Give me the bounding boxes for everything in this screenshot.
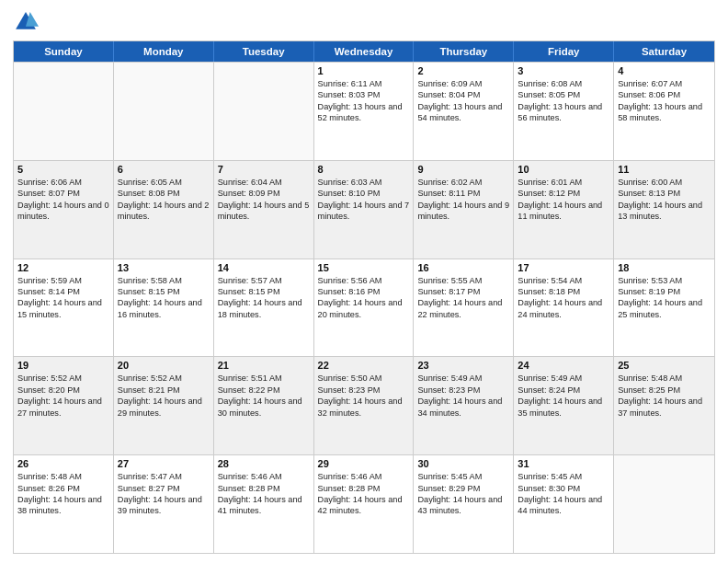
day-number: 14 bbox=[218, 262, 310, 273]
sunrise-line: Sunrise: 5:45 AM bbox=[518, 471, 609, 482]
sunrise-line: Sunrise: 5:51 AM bbox=[218, 373, 310, 384]
calendar-cell: 29Sunrise: 5:46 AMSunset: 8:28 PMDayligh… bbox=[314, 455, 415, 553]
daylight-line: Daylight: 14 hours and 27 minutes. bbox=[17, 396, 109, 419]
day-number: 27 bbox=[118, 458, 210, 469]
sunrise-line: Sunrise: 6:11 AM bbox=[318, 78, 410, 89]
day-number: 26 bbox=[17, 458, 109, 469]
calendar-cell: 11Sunrise: 6:00 AMSunset: 8:13 PMDayligh… bbox=[614, 161, 714, 259]
sunset-line: Sunset: 8:09 PM bbox=[218, 188, 310, 199]
day-number: 8 bbox=[318, 164, 410, 175]
calendar-row-2: 12Sunrise: 5:59 AMSunset: 8:14 PMDayligh… bbox=[14, 259, 714, 357]
calendar-row-0: 1Sunrise: 6:11 AMSunset: 8:03 PMDaylight… bbox=[14, 62, 714, 160]
calendar-cell: 1Sunrise: 6:11 AMSunset: 8:03 PMDaylight… bbox=[314, 63, 415, 160]
day-number: 31 bbox=[518, 458, 609, 469]
calendar-cell: 21Sunrise: 5:51 AMSunset: 8:22 PMDayligh… bbox=[214, 357, 314, 454]
sunset-line: Sunset: 8:20 PM bbox=[17, 385, 109, 396]
daylight-line: Daylight: 14 hours and 16 minutes. bbox=[118, 297, 210, 320]
calendar-cell: 16Sunrise: 5:55 AMSunset: 8:17 PMDayligh… bbox=[414, 259, 514, 357]
calendar-cell: 30Sunrise: 5:45 AMSunset: 8:29 PMDayligh… bbox=[414, 455, 514, 553]
calendar-cell: 6Sunrise: 6:05 AMSunset: 8:08 PMDaylight… bbox=[114, 161, 214, 259]
daylight-line: Daylight: 14 hours and 18 minutes. bbox=[218, 297, 310, 320]
calendar-cell: 3Sunrise: 6:08 AMSunset: 8:05 PMDaylight… bbox=[514, 63, 614, 160]
day-number: 23 bbox=[417, 360, 509, 371]
header-day-friday: Friday bbox=[514, 41, 614, 62]
daylight-line: Daylight: 14 hours and 43 minutes. bbox=[417, 494, 509, 517]
sunset-line: Sunset: 8:30 PM bbox=[518, 483, 609, 494]
calendar-cell: 22Sunrise: 5:50 AMSunset: 8:23 PMDayligh… bbox=[314, 357, 415, 454]
sunset-line: Sunset: 8:17 PM bbox=[417, 286, 509, 297]
calendar-cell bbox=[614, 455, 714, 553]
sunrise-line: Sunrise: 5:53 AM bbox=[618, 275, 711, 286]
daylight-line: Daylight: 14 hours and 42 minutes. bbox=[318, 494, 410, 517]
calendar-cell: 24Sunrise: 5:49 AMSunset: 8:24 PMDayligh… bbox=[514, 357, 614, 454]
daylight-line: Daylight: 14 hours and 25 minutes. bbox=[618, 297, 711, 320]
calendar-cell: 18Sunrise: 5:53 AMSunset: 8:19 PMDayligh… bbox=[614, 259, 714, 357]
day-number: 6 bbox=[118, 164, 210, 175]
day-number: 20 bbox=[118, 360, 210, 371]
sunset-line: Sunset: 8:21 PM bbox=[118, 385, 210, 396]
calendar-header: SundayMondayTuesdayWednesdayThursdayFrid… bbox=[14, 41, 714, 62]
sunrise-line: Sunrise: 5:46 AM bbox=[318, 471, 410, 482]
sunset-line: Sunset: 8:13 PM bbox=[618, 188, 711, 199]
calendar-cell: 12Sunrise: 5:59 AMSunset: 8:14 PMDayligh… bbox=[14, 259, 114, 357]
day-number: 5 bbox=[17, 164, 109, 175]
sunrise-line: Sunrise: 5:59 AM bbox=[17, 275, 109, 286]
header-day-monday: Monday bbox=[114, 41, 214, 62]
calendar-cell bbox=[14, 63, 114, 160]
day-number: 9 bbox=[417, 164, 509, 175]
sunset-line: Sunset: 8:25 PM bbox=[618, 385, 711, 396]
day-number: 3 bbox=[518, 65, 609, 76]
sunset-line: Sunset: 8:12 PM bbox=[518, 188, 609, 199]
sunset-line: Sunset: 8:28 PM bbox=[318, 483, 410, 494]
sunset-line: Sunset: 8:15 PM bbox=[118, 286, 210, 297]
day-number: 18 bbox=[618, 262, 711, 273]
calendar-cell: 31Sunrise: 5:45 AMSunset: 8:30 PMDayligh… bbox=[514, 455, 614, 553]
calendar-cell: 26Sunrise: 5:48 AMSunset: 8:26 PMDayligh… bbox=[14, 455, 114, 553]
sunset-line: Sunset: 8:27 PM bbox=[118, 483, 210, 494]
calendar: SundayMondayTuesdayWednesdayThursdayFrid… bbox=[13, 40, 715, 554]
sunrise-line: Sunrise: 5:52 AM bbox=[17, 373, 109, 384]
calendar-cell: 25Sunrise: 5:48 AMSunset: 8:25 PMDayligh… bbox=[614, 357, 714, 454]
daylight-line: Daylight: 14 hours and 34 minutes. bbox=[417, 396, 509, 419]
sunset-line: Sunset: 8:16 PM bbox=[318, 286, 410, 297]
calendar-cell: 4Sunrise: 6:07 AMSunset: 8:06 PMDaylight… bbox=[614, 63, 714, 160]
daylight-line: Daylight: 14 hours and 20 minutes. bbox=[318, 297, 410, 320]
sunset-line: Sunset: 8:06 PM bbox=[618, 89, 711, 100]
calendar-cell: 15Sunrise: 5:56 AMSunset: 8:16 PMDayligh… bbox=[314, 259, 415, 357]
daylight-line: Daylight: 14 hours and 7 minutes. bbox=[318, 200, 410, 223]
sunrise-line: Sunrise: 6:07 AM bbox=[618, 78, 711, 89]
sunrise-line: Sunrise: 6:06 AM bbox=[17, 177, 109, 188]
calendar-cell: 28Sunrise: 5:46 AMSunset: 8:28 PMDayligh… bbox=[214, 455, 314, 553]
calendar-cell: 10Sunrise: 6:01 AMSunset: 8:12 PMDayligh… bbox=[514, 161, 614, 259]
calendar-row-1: 5Sunrise: 6:06 AMSunset: 8:07 PMDaylight… bbox=[14, 160, 714, 259]
day-number: 16 bbox=[417, 262, 509, 273]
sunrise-line: Sunrise: 5:45 AM bbox=[417, 471, 509, 482]
header-day-thursday: Thursday bbox=[414, 41, 514, 62]
sunrise-line: Sunrise: 5:57 AM bbox=[218, 275, 310, 286]
sunset-line: Sunset: 8:28 PM bbox=[218, 483, 310, 494]
logo-icon bbox=[13, 9, 39, 35]
sunrise-line: Sunrise: 6:01 AM bbox=[518, 177, 609, 188]
calendar-cell: 27Sunrise: 5:47 AMSunset: 8:27 PMDayligh… bbox=[114, 455, 214, 553]
daylight-line: Daylight: 14 hours and 30 minutes. bbox=[218, 396, 310, 419]
header-day-tuesday: Tuesday bbox=[214, 41, 314, 62]
day-number: 2 bbox=[417, 65, 509, 76]
day-number: 4 bbox=[618, 65, 711, 76]
day-number: 29 bbox=[318, 458, 410, 469]
daylight-line: Daylight: 14 hours and 0 minutes. bbox=[17, 200, 109, 223]
daylight-line: Daylight: 14 hours and 39 minutes. bbox=[118, 494, 210, 517]
daylight-line: Daylight: 14 hours and 2 minutes. bbox=[118, 200, 210, 223]
sunset-line: Sunset: 8:03 PM bbox=[318, 89, 410, 100]
sunrise-line: Sunrise: 6:03 AM bbox=[318, 177, 410, 188]
calendar-cell: 9Sunrise: 6:02 AMSunset: 8:11 PMDaylight… bbox=[414, 161, 514, 259]
calendar-cell: 8Sunrise: 6:03 AMSunset: 8:10 PMDaylight… bbox=[314, 161, 415, 259]
sunrise-line: Sunrise: 5:52 AM bbox=[118, 373, 210, 384]
day-number: 11 bbox=[618, 164, 711, 175]
day-number: 7 bbox=[218, 164, 310, 175]
sunrise-line: Sunrise: 5:48 AM bbox=[17, 471, 109, 482]
calendar-cell: 20Sunrise: 5:52 AMSunset: 8:21 PMDayligh… bbox=[114, 357, 214, 454]
daylight-line: Daylight: 14 hours and 29 minutes. bbox=[118, 396, 210, 419]
day-number: 30 bbox=[417, 458, 509, 469]
header-day-saturday: Saturday bbox=[614, 41, 714, 62]
sunset-line: Sunset: 8:04 PM bbox=[417, 89, 509, 100]
